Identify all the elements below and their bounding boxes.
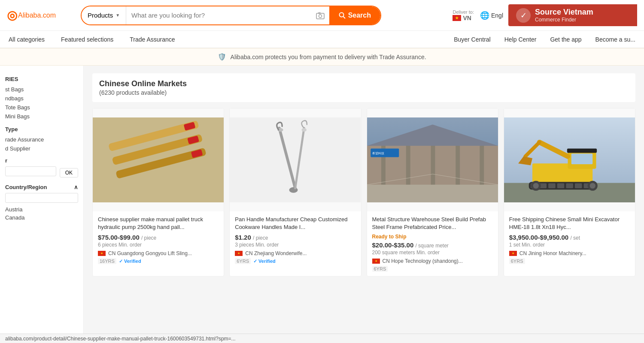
product-title-1: Chinese supplier make manual pallet truc… xyxy=(98,216,219,231)
search-icon xyxy=(339,12,346,19)
nav-all-categories[interactable]: All categories xyxy=(7,36,46,43)
product-info-1: Chinese supplier make manual pallet truc… xyxy=(93,211,224,268)
svg-rect-0 xyxy=(316,13,324,19)
nav-become-supplier[interactable]: Become a su... xyxy=(594,36,637,43)
main-layout: RIES st Bags ndbags Tote Bags Mini Bags … xyxy=(0,66,644,341)
product-info-2: Pan Handle Manufacturer Cheap Customized… xyxy=(230,211,361,268)
svg-point-14 xyxy=(289,187,298,193)
sidebar-type-header: Type xyxy=(5,126,78,132)
nav-trade-assurance[interactable]: Trade Assurance xyxy=(128,36,176,43)
svg-line-4 xyxy=(343,16,345,18)
sidebar-item-verified-supplier[interactable]: d Supplier xyxy=(5,144,78,153)
sidebar-item-trade-assurance[interactable]: rade Assurance xyxy=(5,135,78,144)
source-vietnam-text: Source Vietnam Commerce Finder xyxy=(535,8,593,23)
filter-row: OK xyxy=(5,166,78,179)
sidebar-item-handbags[interactable]: ndbags xyxy=(5,94,78,103)
product-title-3: Metal Structure Warehouse Steel Build Pr… xyxy=(372,216,493,231)
years-badge-3: 6YRS xyxy=(372,266,388,272)
product-card-3[interactable]: 希望科技 Metal Structure Warehouse Steel Bui… xyxy=(367,108,498,277)
nav-bar: All categories Featured selections Trade… xyxy=(0,31,644,48)
cn-flag-icon-1: ★ xyxy=(98,251,106,256)
trade-banner: 🛡️ Alibaba.com protects you from payment… xyxy=(0,48,644,66)
products-dropdown[interactable]: Products ▼ xyxy=(82,6,126,24)
trade-banner-text: Alibaba.com protects you from payment to… xyxy=(231,54,426,60)
language-button[interactable]: 🌐 Engl xyxy=(480,11,503,20)
supplier-badge-row-2: 6YRS ✓ Verified xyxy=(235,258,355,264)
verified-badge-2: ✓ Verified xyxy=(253,259,276,264)
warehouse-image: 希望科技 xyxy=(367,108,498,211)
product-image-4 xyxy=(504,108,635,211)
product-moq-3: 200 square meters Min. order xyxy=(372,250,493,256)
supplier-row-4: ★ CN Jining Honor Machinery... xyxy=(509,250,630,256)
svg-rect-35 xyxy=(571,153,593,164)
svg-text:希望科技: 希望科技 xyxy=(372,151,384,155)
supplier-row-1: ★ CN Guangdong Gongyou Lift Sling... xyxy=(98,250,219,256)
sidebar-item-austria[interactable]: Austria xyxy=(5,205,78,214)
product-image-3: 希望科技 xyxy=(367,108,498,211)
search-input[interactable] xyxy=(126,6,311,24)
supplier-name-2: CN Zhejiang Wonderwife... xyxy=(245,250,355,256)
logo-text: Alibaba.com xyxy=(18,12,56,19)
product-grid: Chinese supplier make manual pallet truc… xyxy=(92,108,635,277)
product-title-2: Pan Handle Manufacturer Cheap Customized… xyxy=(235,216,355,231)
deliver-to: Deliver to: ★ VN xyxy=(453,9,474,21)
product-card-1[interactable]: Chinese supplier make manual pallet truc… xyxy=(92,108,224,277)
years-badge-2: 6YRS xyxy=(235,258,251,264)
supplier-name-4: CN Jining Honor Machinery... xyxy=(519,250,630,256)
years-badge-1: 16YRS xyxy=(98,258,116,264)
product-image-2 xyxy=(230,108,361,211)
camera-search-button[interactable] xyxy=(311,11,329,20)
product-moq-2: 3 pieces Min. order xyxy=(235,242,355,248)
source-vietnam-title: Source Vietnam xyxy=(535,8,593,17)
years-badge-4: 6YRS xyxy=(509,258,525,264)
sidebar-item-breast-bags[interactable]: st Bags xyxy=(5,85,78,94)
cn-flag-icon-2: ★ xyxy=(235,251,243,256)
search-button[interactable]: Search xyxy=(329,6,380,24)
nav-featured-selections[interactable]: Featured selections xyxy=(59,36,115,43)
ready-to-ship-3: Ready to Ship xyxy=(372,234,493,240)
product-card-2[interactable]: Pan Handle Manufacturer Cheap Customized… xyxy=(229,108,361,277)
nav-right-items: Buyer Central Help Center Get the app Be… xyxy=(452,36,637,43)
pallet-truck-image xyxy=(93,108,224,211)
nav-buyer-central[interactable]: Buyer Central xyxy=(452,36,492,43)
sidebar-filter-label: r xyxy=(5,157,78,164)
header: ◎ Alibaba.com Products ▼ Search xyxy=(0,0,644,31)
product-card-4[interactable]: Free Shipping Chinese Small Mini Excavat… xyxy=(504,108,635,277)
nav-help-center[interactable]: Help Center xyxy=(503,36,538,43)
logo-area[interactable]: ◎ Alibaba.com xyxy=(7,9,76,21)
sidebar-item-canada[interactable]: Canada xyxy=(5,214,78,222)
svg-rect-44 xyxy=(566,183,573,188)
shield-icon: 🛡️ xyxy=(218,53,226,60)
product-info-3: Metal Structure Warehouse Steel Build Pr… xyxy=(367,211,498,276)
supplier-badge-row-3: 6YRS xyxy=(372,266,493,272)
country-region-header[interactable]: Country/Region ∧ xyxy=(5,184,78,190)
checkmark-icon: ✓ xyxy=(516,8,531,23)
language-label: Engl xyxy=(491,12,503,19)
sidebar-item-mini-bags[interactable]: Mini Bags xyxy=(5,112,78,121)
search-bar: Products ▼ Search xyxy=(81,6,381,25)
filter-ok-button[interactable]: OK xyxy=(60,168,78,178)
country-search-input[interactable] xyxy=(5,193,78,203)
svg-rect-26 xyxy=(367,185,498,202)
market-subtitle: (6230 products available) xyxy=(99,89,629,96)
sidebar-item-tote-bags[interactable]: Tote Bags xyxy=(5,103,78,112)
product-image-1 xyxy=(93,108,224,211)
url-text: alibaba.com/product-detail/Chinese-suppl… xyxy=(5,336,236,342)
product-price-4: $3,950.00-$9,950.00 / set xyxy=(509,234,630,241)
source-vietnam-banner[interactable]: ✓ Source Vietnam Commerce Finder xyxy=(508,4,637,26)
country-label: Country/Region xyxy=(5,184,47,190)
product-price-1: $75.00-$99.00 / piece xyxy=(98,234,219,241)
nav-get-app[interactable]: Get the app xyxy=(548,36,583,43)
svg-rect-43 xyxy=(557,183,565,188)
deliver-country[interactable]: ★ VN xyxy=(453,15,471,21)
svg-point-1 xyxy=(319,15,322,18)
supplier-badge-row-1: 16YRS ✓ Verified xyxy=(98,258,219,264)
camera-icon xyxy=(316,11,325,20)
product-info-4: Free Shipping Chinese Small Mini Excavat… xyxy=(504,211,635,268)
svg-point-3 xyxy=(339,12,343,17)
supplier-name-1: CN Guangdong Gongyou Lift Sling... xyxy=(108,250,219,256)
sidebar: RIES st Bags ndbags Tote Bags Mini Bags … xyxy=(0,66,84,341)
filter-input[interactable] xyxy=(5,166,56,176)
pan-handle-image xyxy=(230,108,361,211)
chevron-up-icon: ∧ xyxy=(74,184,78,190)
